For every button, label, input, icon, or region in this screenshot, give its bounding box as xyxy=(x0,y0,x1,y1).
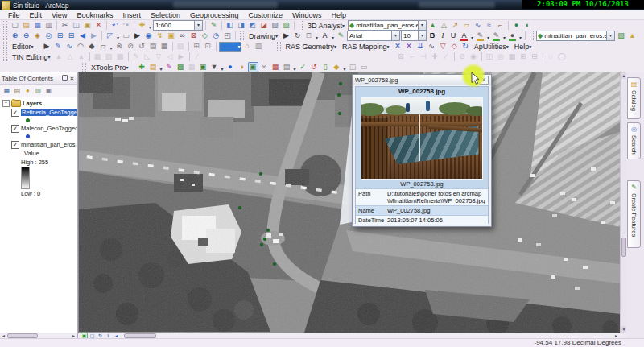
menu-insert[interactable]: Insert xyxy=(118,11,146,19)
toc-layer-row[interactable]: ✓Malecon_GeoTaggedPho xyxy=(0,124,77,133)
menu-bookmarks[interactable]: Bookmarks xyxy=(72,11,118,19)
ras-help-menu[interactable]: Help▾ xyxy=(512,43,535,51)
photo-layer-icon[interactable]: ▧ xyxy=(616,31,626,41)
update-geometry-icon[interactable]: ↻ xyxy=(460,41,471,52)
zoom-out-icon[interactable]: ⊖ xyxy=(21,31,31,41)
cut-polygons-icon[interactable]: ⊗ xyxy=(114,41,125,52)
xtools-calculator-icon[interactable]: ▦ xyxy=(270,62,281,72)
dock-tab-create-features[interactable]: ✎Create Features xyxy=(627,180,641,248)
hyperlink-icon[interactable]: ↯ xyxy=(155,31,165,41)
toc-close-icon[interactable]: ✕ xyxy=(68,75,76,82)
sketch-tool-icon[interactable]: ✎ xyxy=(53,41,64,52)
xtools-zoom-icon[interactable]: ∞ xyxy=(259,62,270,72)
geotagged-photos-layer-combo[interactable]: ◆minatitlan_pan_eros.ecw▾ xyxy=(536,31,615,41)
toc-layer-row[interactable]: ✓Refineria_GeoTaggedPho xyxy=(0,108,77,117)
arcglobe-icon[interactable]: ◐ xyxy=(522,20,533,31)
layer-checkbox[interactable]: ✓ xyxy=(11,125,19,133)
xtools-table2-icon[interactable]: ▤▾ xyxy=(282,62,292,72)
hillshade-icon[interactable]: ▲ xyxy=(627,31,638,41)
identify-icon[interactable]: ◉ xyxy=(143,31,154,41)
layer-name[interactable]: Refineria_GeoTaggedPho xyxy=(21,109,77,116)
layer-name[interactable]: minatitlan_pan_eros.ecw xyxy=(21,141,77,148)
toolbar-grip[interactable] xyxy=(3,42,7,51)
toolbar-grip[interactable] xyxy=(299,21,303,30)
layer-name[interactable]: Malecon_GeoTaggedPho xyxy=(21,125,77,132)
delete-icon[interactable]: ✕ xyxy=(93,20,104,31)
toolbar-grip[interactable] xyxy=(3,52,7,61)
font-family-combo[interactable]: Arial▾ xyxy=(347,31,400,41)
flow-path-icon[interactable]: ◇ xyxy=(449,41,460,52)
fixed-zoom-out-icon[interactable]: ⊟ xyxy=(66,31,76,41)
time-slider-icon[interactable]: ◷ xyxy=(211,31,221,41)
menu-geoprocessing[interactable]: Geoprocessing xyxy=(185,11,244,19)
cross-section-icon[interactable]: ∿ xyxy=(427,41,437,52)
xtools-table-icon[interactable]: ▤▾ xyxy=(148,62,159,72)
photo-point[interactable] xyxy=(339,82,342,85)
drawing-select-icon[interactable]: ▶ xyxy=(281,31,291,41)
xtools-monitor-icon[interactable]: ▣ xyxy=(248,62,258,72)
go-to-xy-icon[interactable]: ⊠ xyxy=(188,31,199,41)
create-tin-icon[interactable]: ▲ xyxy=(427,20,438,31)
full-extent-icon[interactable]: ◎ xyxy=(43,31,54,41)
assign-river-icon[interactable]: ✕ xyxy=(393,41,403,52)
text-tool-icon[interactable]: A▾ xyxy=(320,31,330,41)
select-elements-icon[interactable]: ▶ xyxy=(132,31,142,41)
xtools-grid-icon[interactable]: ▩ xyxy=(175,62,186,72)
layer-properties-icon[interactable]: ⌂ xyxy=(242,41,253,52)
rotate-icon[interactable]: ↻ xyxy=(292,31,303,41)
highlight-color-icon[interactable]: ✎▾ xyxy=(475,31,485,41)
label-manager-icon[interactable]: ▥ xyxy=(254,41,264,52)
font-size-combo[interactable]: 10▾ xyxy=(401,31,427,41)
cut-icon[interactable]: ✂ xyxy=(60,20,70,31)
photo-point[interactable] xyxy=(263,238,266,241)
select-features-icon[interactable]: ◸▾ xyxy=(105,31,115,41)
save-icon[interactable]: ▦ xyxy=(32,20,43,31)
measure-icon[interactable]: ◇ xyxy=(200,31,210,41)
stationing-icon[interactable]: ⇊ xyxy=(415,41,426,52)
list-by-visibility-icon[interactable]: ● xyxy=(23,86,32,95)
marker-color-icon[interactable]: ●▾ xyxy=(507,31,518,41)
menu-windows[interactable]: Windows xyxy=(287,11,327,19)
xtools-pro-menu[interactable]: XTools Pro▾ xyxy=(89,64,131,72)
bank-lines-icon[interactable]: ▽ xyxy=(438,41,448,52)
sketch-properties-icon[interactable]: ▦ xyxy=(159,41,170,52)
map-canvas[interactable] xyxy=(79,72,620,333)
symbol-color-swatch[interactable]: ▾ xyxy=(219,42,242,52)
editor-menu[interactable]: Editor▾ xyxy=(10,43,36,51)
line-of-sight-icon[interactable]: ⌐ xyxy=(495,20,506,31)
redo-icon[interactable]: ↷ xyxy=(121,20,131,31)
photo-point[interactable] xyxy=(338,112,341,115)
photo-point[interactable] xyxy=(260,243,263,246)
toc-pin-icon[interactable] xyxy=(61,75,67,82)
new-document-icon[interactable]: ▢ xyxy=(10,20,20,31)
toolbar-grip[interactable] xyxy=(3,31,7,40)
search-window-icon[interactable]: ◩ xyxy=(247,20,258,31)
edit-vertices-icon[interactable]: ✎ xyxy=(336,31,346,41)
contour-icon[interactable]: ≈ xyxy=(484,20,494,31)
python-window-icon[interactable]: ▨ xyxy=(270,20,280,31)
layer-symbol-row[interactable] xyxy=(0,117,77,124)
italic-button[interactable]: I xyxy=(438,31,448,41)
xtools-document-icon[interactable]: ▯ xyxy=(320,62,331,72)
photo-point[interactable] xyxy=(273,262,276,266)
xtools-reload-icon[interactable]: ↺ xyxy=(309,62,320,72)
html-popup-icon[interactable]: ▣ xyxy=(166,31,176,41)
print-icon[interactable]: ▥ xyxy=(43,20,54,31)
photo-point[interactable] xyxy=(259,172,262,176)
toolbar-grip[interactable] xyxy=(530,31,534,40)
attributes-icon[interactable]: ▤ xyxy=(148,41,159,52)
font-color-icon[interactable]: A▾ xyxy=(459,31,469,41)
list-by-drawing-order-icon[interactable]: ▦ xyxy=(2,86,11,95)
xtools-globe-icon[interactable]: ● xyxy=(225,62,236,72)
toolbar-grip[interactable] xyxy=(277,42,281,51)
list-by-source-icon[interactable]: ▤ xyxy=(13,86,22,95)
dock-tab-search[interactable]: ◎Search xyxy=(627,122,641,159)
copy-icon[interactable]: ◫ xyxy=(71,20,81,31)
editor-sketch-icon[interactable]: ✎ xyxy=(208,20,219,31)
open-folder-icon[interactable]: ▤ xyxy=(21,20,31,31)
3d-analyst-layer-combo[interactable]: ◆minatitlan_pan_eros.ecw▾ xyxy=(348,20,427,31)
reshape-feature-icon[interactable]: ▱▾ xyxy=(98,41,109,52)
toc-root-layers[interactable]: −Layers xyxy=(0,99,77,108)
photo-point[interactable] xyxy=(337,93,341,97)
xtools-export-icon[interactable]: ▣ xyxy=(198,62,208,72)
